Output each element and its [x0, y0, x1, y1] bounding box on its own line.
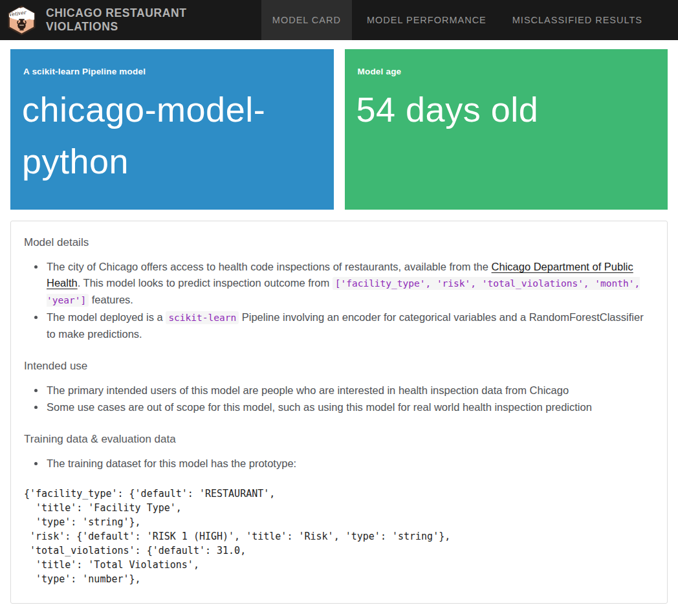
list-item-model-details-2: The model deployed is a scikit-learn Pip…	[45, 309, 654, 342]
list-item-intended-2: Some use cases are out of scope for this…	[45, 399, 654, 415]
app-header: Vetiver CHICAGO RESTAURANT VIOLATIONS MO…	[0, 0, 678, 40]
bullet1-text3: features.	[89, 294, 133, 305]
app-title: CHICAGO RESTAURANT VIOLATIONS	[46, 6, 214, 34]
bullet2-text1: The model deployed is a	[47, 311, 166, 323]
section-heading-training-data: Training data & evaluation data	[24, 433, 654, 446]
list-item-intended-1: The primary intended users of this model…	[45, 382, 654, 399]
value-box-model-age-value: 54 days old	[345, 76, 668, 135]
model-details-list: The city of Chicago offers access to hea…	[24, 259, 654, 342]
nav-tab-model-card-label: MODEL CARD	[272, 15, 341, 25]
vetiver-logo-icon: Vetiver	[6, 5, 38, 36]
bullet1-text2: . This model looks to predict inspection…	[78, 277, 333, 289]
training-data-list: The training dataset for this model has …	[24, 456, 654, 472]
app-title-line2: VIOLATIONS	[46, 20, 214, 34]
intended-use-list: The primary intended users of this model…	[24, 382, 654, 415]
value-box-model-name-caption: A scikit-learn Pipeline model	[10, 49, 334, 76]
value-box-model-age-caption: Model age	[345, 49, 668, 76]
list-item-training-1: The training dataset for this model has …	[45, 456, 654, 472]
value-box-model-name: A scikit-learn Pipeline model chicago-mo…	[10, 49, 334, 210]
top-nav: MODEL CARD MODEL PERFORMANCE MISCLASSIFI…	[261, 0, 653, 40]
scikit-learn-inline-code: scikit-learn	[166, 311, 239, 324]
bullet1-text1: The city of Chicago offers access to hea…	[47, 261, 492, 272]
nav-tab-model-performance[interactable]: MODEL PERFORMANCE	[356, 0, 498, 40]
nav-tab-misclassified-results[interactable]: MISCLASSIFIED RESULTS	[501, 0, 653, 40]
model-card-panel: Model details The city of Chicago offers…	[10, 221, 668, 604]
section-heading-model-details: Model details	[24, 236, 654, 249]
nav-tab-model-card[interactable]: MODEL CARD	[261, 0, 352, 40]
app-title-line1: CHICAGO RESTAURANT	[46, 6, 214, 20]
nav-tab-misclassified-results-label: MISCLASSIFIED RESULTS	[512, 15, 642, 25]
value-box-model-age: Model age 54 days old	[345, 49, 668, 210]
list-item-model-details-1: The city of Chicago offers access to hea…	[45, 259, 654, 309]
prototype-code-block: {'facility_type': {'default': 'RESTAURAN…	[24, 487, 654, 586]
section-heading-intended-use: Intended use	[24, 360, 654, 373]
value-box-row: A scikit-learn Pipeline model chicago-mo…	[10, 49, 668, 210]
value-box-model-name-value: chicago-model-python	[10, 76, 334, 187]
nav-tab-model-performance-label: MODEL PERFORMANCE	[367, 15, 487, 25]
